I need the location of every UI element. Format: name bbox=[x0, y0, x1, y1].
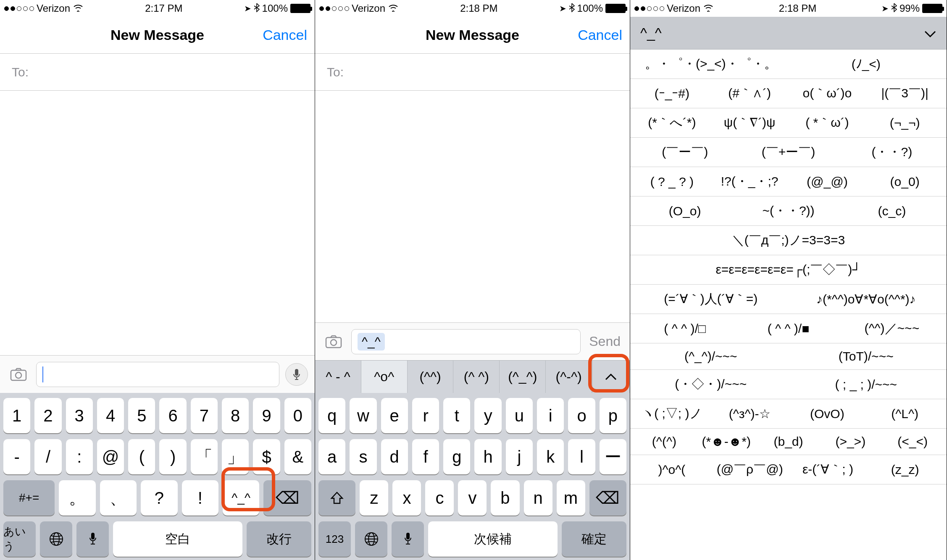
key-l[interactable]: l bbox=[568, 439, 595, 474]
key-space[interactable]: 空白 bbox=[113, 521, 242, 557]
kaomoji-item[interactable]: ~(・・?)) bbox=[743, 202, 834, 220]
kaomoji-item[interactable]: |(￣3￣)| bbox=[872, 85, 937, 102]
key-f[interactable]: f bbox=[412, 439, 439, 474]
kaomoji-item[interactable]: (=´∀｀)人(´∀｀=) bbox=[639, 290, 782, 308]
kaomoji-item[interactable]: ( ; _ ; )/~~~ bbox=[795, 377, 938, 392]
key-slash[interactable]: / bbox=[34, 439, 61, 474]
key-next-candidate[interactable]: 次候補 bbox=[428, 521, 558, 557]
key-0[interactable]: 0 bbox=[284, 398, 311, 433]
kaomoji-item[interactable]: (ｰ_ｰ#) bbox=[639, 86, 705, 101]
key-u[interactable]: u bbox=[506, 398, 533, 433]
candidate-4[interactable]: (^_^) bbox=[500, 361, 546, 393]
key-k[interactable]: k bbox=[537, 439, 564, 474]
candidate-3[interactable]: (^ ^) bbox=[453, 361, 500, 393]
kaomoji-item[interactable]: (#｀∧´) bbox=[717, 85, 782, 102]
key-dash[interactable]: ー bbox=[600, 439, 626, 474]
kaomoji-item[interactable]: (b_d) bbox=[764, 434, 813, 449]
key-x[interactable]: x bbox=[392, 480, 421, 516]
key-d[interactable]: d bbox=[381, 439, 408, 474]
kaomoji-item[interactable]: ( *｀ω´) bbox=[795, 114, 860, 131]
key-question[interactable]: ? bbox=[141, 480, 177, 516]
key-exclaim[interactable]: ! bbox=[182, 480, 218, 516]
key-globe[interactable] bbox=[40, 521, 72, 557]
key-y[interactable]: y bbox=[474, 398, 501, 433]
kaomoji-item[interactable]: o(｀ω´)o bbox=[795, 85, 860, 102]
key-9[interactable]: 9 bbox=[253, 398, 280, 433]
key-rparen[interactable]: ) bbox=[159, 439, 186, 474]
key-z[interactable]: z bbox=[360, 480, 388, 516]
kaomoji-item[interactable]: (・◇・)/~~~ bbox=[639, 376, 782, 393]
key-i[interactable]: i bbox=[537, 398, 564, 433]
collapse-candidates[interactable] bbox=[924, 25, 936, 41]
key-colon[interactable]: : bbox=[66, 439, 93, 474]
key-j[interactable]: j bbox=[506, 439, 533, 474]
key-dollar[interactable]: $ bbox=[253, 439, 280, 474]
kaomoji-item[interactable]: (@_@) bbox=[795, 175, 860, 189]
kaomoji-item[interactable]: (￣+ー￣) bbox=[743, 144, 834, 161]
key-n[interactable]: n bbox=[524, 480, 552, 516]
kaomoji-item[interactable]: (O_o) bbox=[639, 204, 730, 218]
kaomoji-item[interactable]: ε-(´∀｀; ) bbox=[796, 461, 860, 478]
camera-icon[interactable] bbox=[322, 332, 345, 352]
text-input[interactable] bbox=[36, 362, 279, 387]
key-globe[interactable] bbox=[355, 521, 387, 557]
key-1[interactable]: 1 bbox=[3, 398, 30, 433]
key-c[interactable]: c bbox=[425, 480, 454, 516]
candidate-2[interactable]: (^^) bbox=[408, 361, 454, 393]
kaomoji-item[interactable]: (・・?) bbox=[847, 144, 937, 161]
kaomoji-item[interactable]: ( ^ ^ )/■ bbox=[743, 322, 834, 336]
kaomoji-item[interactable]: (>_>) bbox=[826, 434, 875, 449]
kaomoji-item[interactable]: (^(^) bbox=[639, 434, 689, 449]
kaomoji-item[interactable]: (<_<) bbox=[888, 434, 937, 449]
kaomoji-item[interactable]: (OvO) bbox=[795, 407, 860, 421]
key-s[interactable]: s bbox=[350, 439, 376, 474]
key-dictation[interactable] bbox=[76, 521, 109, 557]
kaomoji-item[interactable]: (^^)／~~~ bbox=[847, 320, 937, 337]
key-w[interactable]: w bbox=[350, 398, 376, 433]
key-r[interactable]: r bbox=[412, 398, 439, 433]
message-body[interactable] bbox=[0, 91, 315, 355]
kaomoji-item[interactable]: (￣ー￣) bbox=[639, 144, 730, 161]
kaomoji-item[interactable]: (*☻-☻*) bbox=[702, 434, 751, 449]
kaomoji-item[interactable]: ヽ( ;▽; )ノ bbox=[639, 405, 705, 422]
cancel-button[interactable]: Cancel bbox=[263, 27, 307, 43]
key-shift[interactable] bbox=[318, 480, 355, 516]
key-8[interactable]: 8 bbox=[222, 398, 249, 433]
key-rbracket[interactable]: 」 bbox=[222, 439, 249, 474]
key-symbol-mode[interactable]: #+= bbox=[3, 480, 55, 516]
kaomoji-list[interactable]: 。・゜・(>_<)・゜・。(ﾉ_<)(ｰ_ｰ#)(#｀∧´)o(｀ω´)o|(￣… bbox=[630, 50, 947, 560]
key-4[interactable]: 4 bbox=[97, 398, 124, 433]
kaomoji-item[interactable]: ( ^ ^ )/□ bbox=[639, 322, 730, 336]
key-at[interactable]: @ bbox=[97, 439, 124, 474]
key-kaomoji[interactable]: ^_^ bbox=[223, 480, 259, 516]
to-field[interactable]: To: bbox=[0, 54, 315, 91]
key-amp[interactable]: & bbox=[284, 439, 311, 474]
kaomoji-item[interactable]: !?(・_・;? bbox=[717, 173, 782, 190]
kaomoji-item[interactable]: (ToT)/~~~ bbox=[795, 349, 938, 364]
kaomoji-item[interactable]: ＼(￣д￣;)ノ=3=3=3 bbox=[639, 232, 937, 249]
key-h[interactable]: h bbox=[474, 439, 501, 474]
candidate-0[interactable]: ^ - ^ bbox=[315, 361, 361, 393]
message-body[interactable] bbox=[315, 91, 630, 322]
kaomoji-item[interactable]: ψ(｀∇´)ψ bbox=[717, 114, 782, 131]
key-b[interactable]: b bbox=[491, 480, 519, 516]
candidate-1[interactable]: ^o^ bbox=[361, 361, 408, 393]
text-input[interactable]: ^_^ bbox=[351, 329, 581, 354]
key-6[interactable]: 6 bbox=[159, 398, 186, 433]
kaomoji-item[interactable]: (ﾉ_<) bbox=[795, 57, 938, 71]
key-dash[interactable]: - bbox=[3, 439, 30, 474]
kaomoji-item[interactable]: (^_^)/~~~ bbox=[639, 349, 782, 364]
mic-icon[interactable] bbox=[285, 363, 308, 386]
kaomoji-item[interactable]: (o_0) bbox=[872, 175, 937, 189]
key-lbracket[interactable]: 「 bbox=[191, 439, 218, 474]
key-p[interactable]: p bbox=[600, 398, 626, 433]
kaomoji-item[interactable]: (^з^)-☆ bbox=[717, 406, 782, 421]
key-v[interactable]: v bbox=[458, 480, 487, 516]
kaomoji-item[interactable]: ε=ε=ε=ε=ε=ε=┌(;￣◇￣)┘ bbox=[639, 261, 937, 278]
key-e[interactable]: e bbox=[381, 398, 408, 433]
kaomoji-item[interactable]: (¬_¬) bbox=[872, 116, 937, 130]
kaomoji-item[interactable]: ( ? _ ? ) bbox=[639, 175, 705, 189]
candidate-5[interactable]: (^-^) bbox=[546, 361, 592, 393]
key-delete[interactable]: ⌫ bbox=[263, 480, 311, 516]
key-g[interactable]: g bbox=[443, 439, 470, 474]
